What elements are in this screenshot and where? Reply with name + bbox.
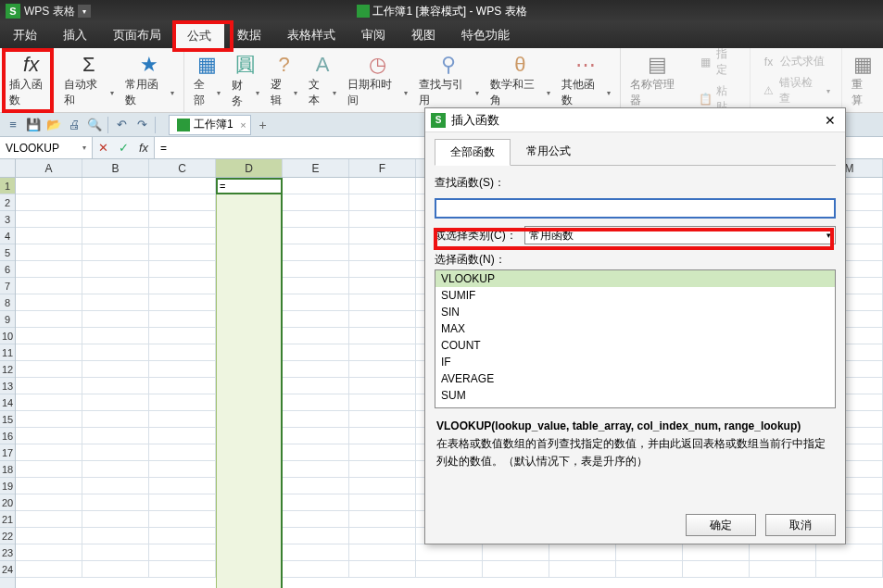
cell[interactable] [216, 228, 283, 244]
cell[interactable] [16, 428, 82, 444]
cell[interactable] [616, 561, 683, 578]
cell[interactable] [216, 311, 283, 328]
dialog-tab-0[interactable]: 全部函数 [435, 139, 511, 166]
column-header[interactable]: E [283, 159, 349, 177]
cell[interactable] [82, 361, 149, 378]
cell[interactable] [149, 411, 216, 428]
cell[interactable] [750, 561, 816, 578]
cell[interactable] [216, 194, 283, 211]
cell[interactable] [216, 378, 283, 394]
lookup-button[interactable]: ⚲ 查找与引用▾ [413, 50, 485, 110]
cell[interactable] [16, 378, 82, 394]
cell[interactable] [216, 244, 283, 261]
text-button[interactable]: A 文本▾ [303, 50, 342, 110]
menu-item-8[interactable]: 特色功能 [448, 22, 523, 48]
row-header[interactable]: 21 [0, 511, 15, 528]
cell[interactable] [16, 328, 82, 344]
cell[interactable] [349, 444, 416, 461]
cell[interactable] [16, 244, 82, 261]
cell[interactable] [349, 428, 416, 444]
cell[interactable] [216, 361, 283, 378]
function-list-item[interactable]: COUNT [435, 337, 835, 354]
cell[interactable] [416, 544, 483, 561]
cell[interactable] [683, 544, 750, 561]
row-header[interactable]: 14 [0, 394, 15, 411]
app-menu-dropdown[interactable]: ▾ [78, 5, 91, 18]
cell[interactable] [216, 344, 283, 361]
logic-button[interactable]: ? 逻辑▾ [265, 50, 304, 110]
row-header[interactable]: 10 [0, 328, 15, 344]
redo-icon[interactable]: ↷ [132, 116, 151, 134]
cell[interactable] [283, 194, 349, 211]
cell[interactable] [16, 511, 82, 528]
cell[interactable] [216, 394, 283, 411]
cell[interactable] [149, 394, 216, 411]
cell[interactable] [416, 561, 483, 578]
cell[interactable] [349, 211, 416, 228]
cell[interactable] [349, 344, 416, 361]
cell[interactable] [283, 328, 349, 344]
row-header[interactable]: 15 [0, 411, 15, 428]
cell[interactable] [349, 528, 416, 544]
cell[interactable] [216, 478, 283, 494]
cell[interactable] [616, 544, 683, 561]
cell[interactable] [16, 361, 82, 378]
row-header[interactable]: 22 [0, 528, 15, 544]
cell[interactable] [349, 178, 416, 194]
all-functions-button[interactable]: ▦ 全部▾ [188, 50, 227, 110]
menu-item-4[interactable]: 数据 [224, 22, 274, 48]
finance-button[interactable]: 圓 财务▾ [226, 50, 265, 110]
cell[interactable] [349, 461, 416, 478]
close-tab-icon[interactable]: × [240, 119, 246, 131]
row-header[interactable]: 4 [0, 228, 15, 244]
cell[interactable] [82, 244, 149, 261]
cell[interactable] [816, 544, 883, 561]
cell[interactable] [149, 178, 216, 194]
cell[interactable] [283, 444, 349, 461]
new-tab-button[interactable]: + [253, 115, 273, 135]
cell[interactable] [16, 211, 82, 228]
cell[interactable] [82, 494, 149, 511]
cell[interactable] [216, 528, 283, 544]
cell[interactable] [82, 328, 149, 344]
cell[interactable] [216, 328, 283, 344]
cell[interactable] [16, 561, 82, 578]
cell[interactable] [149, 211, 216, 228]
open-icon[interactable]: 📂 [44, 116, 63, 134]
cell[interactable] [283, 394, 349, 411]
save-icon[interactable]: 💾 [24, 116, 43, 134]
cell[interactable] [82, 194, 149, 211]
menu-item-0[interactable]: 开始 [0, 22, 50, 48]
cell[interactable] [283, 478, 349, 494]
cell[interactable] [283, 378, 349, 394]
cell[interactable] [216, 211, 283, 228]
cell[interactable] [483, 544, 549, 561]
search-function-input[interactable] [435, 198, 836, 219]
cell[interactable] [16, 528, 82, 544]
cell[interactable] [283, 278, 349, 294]
name-box[interactable]: VLOOKUP ▾ [0, 137, 93, 158]
menu-item-1[interactable]: 插入 [50, 22, 100, 48]
cell[interactable] [149, 328, 216, 344]
cell[interactable] [149, 378, 216, 394]
cell[interactable] [149, 278, 216, 294]
cell[interactable] [149, 344, 216, 361]
column-header[interactable]: F [349, 159, 416, 177]
cell[interactable] [82, 344, 149, 361]
name-manager-button[interactable]: ▤ 名称管理器 [624, 50, 690, 110]
cell[interactable] [216, 411, 283, 428]
cell[interactable] [349, 511, 416, 528]
cell[interactable] [483, 561, 549, 578]
workbook-tab[interactable]: 工作簿1 × [169, 115, 251, 135]
row-header[interactable]: 2 [0, 194, 15, 211]
cell[interactable] [16, 178, 82, 194]
row-header[interactable]: 1 [0, 178, 15, 194]
function-list-item[interactable]: AVERAGE [435, 370, 835, 387]
cell[interactable] [349, 261, 416, 278]
print-icon[interactable]: 🖨 [65, 116, 83, 134]
cell[interactable] [16, 494, 82, 511]
cell[interactable] [16, 311, 82, 328]
row-header[interactable]: 13 [0, 378, 15, 394]
cell[interactable] [16, 228, 82, 244]
cell[interactable] [283, 294, 349, 311]
